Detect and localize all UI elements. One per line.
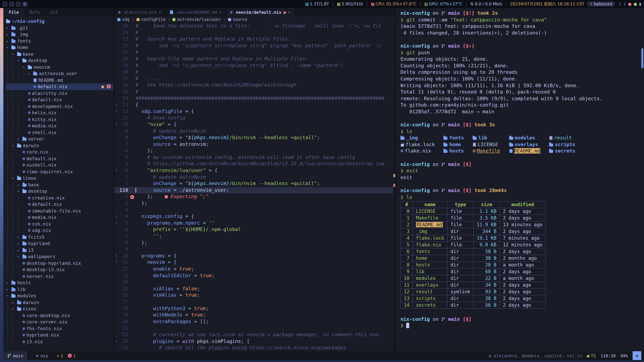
bluetooth-icon[interactable]: ᛒ <box>619 2 621 6</box>
tree-item[interactable]: ▸ lib <box>6 286 113 293</box>
tree-item[interactable]: │ │ ▸ fcitx5 <box>6 234 113 240</box>
tree-item[interactable]: │ ▾ nixos <box>6 306 113 312</box>
tree-item[interactable]: │ │ ▸ base <box>6 182 113 188</box>
tree-item[interactable]: ▾ modules <box>6 293 113 299</box>
code-line[interactable]: 8 onChange = "${pkgs.neovim}/bin/nvim --… <box>114 134 395 141</box>
tree-item[interactable]: │ │ │ │ README.md <box>6 77 113 83</box>
tree-item[interactable]: │ │ ▸ i3 <box>6 247 113 253</box>
tree-item[interactable]: │ │ ▾ desktop <box>6 188 113 195</box>
code-line[interactable]: 9 <box>114 246 395 253</box>
code-line[interactable]: 19# sed -ri "s/pattern_str/replace_str/g… <box>114 62 395 69</box>
tree-item[interactable]: │ │ ▸ hyprland <box>6 240 113 247</box>
code-line[interactable]: 6 prefix = ''${HOME}/.npm-global <box>114 226 395 233</box>
tree-tab-file[interactable]: File <box>3 8 24 16</box>
code-line[interactable]: 18# <box>114 69 395 75</box>
code-line[interactable]: 17# ...... <box>114 75 395 82</box>
audio-icon[interactable]: ♪ <box>624 2 626 6</box>
tree-item[interactable]: │ │ ❄hyprland.nix <box>6 332 113 338</box>
code-line[interactable]: 16 vimAlias = true; <box>114 292 395 299</box>
tree-item[interactable]: ▸ _img <box>6 31 113 38</box>
tree-item[interactable]: │ │ │ ❄immutable-file.nix <box>6 208 113 214</box>
tree-item[interactable]: │ │ │ ❄media.nix <box>6 214 113 221</box>
statusline-modified-count[interactable]: ✎1 <box>57 353 63 358</box>
tree-item[interactable]: │ │ ❄core-desktop.nix <box>6 312 113 319</box>
tree-item[interactable]: │ ▾ linux <box>6 175 113 182</box>
tree-item[interactable]: │ │ │ ❄helix.nix <box>6 110 113 116</box>
buffer-tab[interactable]: neovim/README.md× <box>166 8 226 16</box>
tree-item[interactable]: │ │ ❄rime-squirrel.nix <box>6 168 113 175</box>
fold-chevron-icon[interactable]: ▾ <box>114 213 119 220</box>
code-line[interactable]: 17 <box>114 299 395 305</box>
code-line[interactable]: 14######################################… <box>114 95 395 102</box>
tree-root[interactable]: ~/nix-config <box>6 18 113 25</box>
fold-chevron-icon[interactable]: ▾ <box>114 108 119 115</box>
power-profile[interactable]: ⚡ balanced <box>587 1 615 7</box>
tree-item[interactable]: │ │ │ ❄default.nix <box>6 201 113 208</box>
tree-item[interactable]: ▸ .git <box>6 25 113 31</box>
tree-item[interactable]: │ │ ❄i3.nix <box>6 338 113 345</box>
code-line[interactable]: 1 onChange = "${pkgs.neovim}/bin/nvim --… <box>114 180 395 187</box>
tree-item[interactable]: │ │ ❄default.nix <box>6 155 113 162</box>
code-line[interactable]: 110 source = ./astronvim_user; <box>114 187 395 194</box>
close-icon[interactable]: × <box>288 9 290 14</box>
tree-item[interactable]: │ │ ▸ wallpapers <box>6 253 113 260</box>
tree-item[interactable]: │ │ ❄desktop-i3.nix <box>6 267 113 273</box>
code-line[interactable]: ▾5 programs.npm.npmrc = '' <box>114 220 395 226</box>
breadcrumb-segment[interactable]: xdg <box>118 17 129 22</box>
code-line[interactable]: ▾11 neovim = { <box>114 259 395 266</box>
code-line[interactable]: 14 <box>114 279 395 285</box>
buffer-tab[interactable]: ❄neovim/default.nix●× <box>226 8 295 16</box>
code-area[interactable]: 25# Save the selected text to a file: `:… <box>114 23 395 351</box>
tree-item[interactable]: │ │ │ ▾ neovim <box>6 64 113 70</box>
code-line[interactable]: 5 # my cusotom astronvim config, astronv… <box>114 154 395 161</box>
tray-dot-red[interactable]: ● <box>628 2 632 6</box>
code-line[interactable]: 2 }; <box>114 200 395 207</box>
tree-item[interactable]: ▾ home <box>6 44 113 51</box>
code-line[interactable]: 12 enable = true; <box>114 266 395 272</box>
code-line[interactable]: 9 # update AstroNvim <box>114 128 395 134</box>
tree-item[interactable]: │ │ ❄core.nix <box>6 149 113 155</box>
fold-chevron-icon[interactable]: ▾ <box>114 259 119 266</box>
code-line[interactable]: 8 }; <box>114 240 395 246</box>
code-line[interactable]: 19 withNodeJs = true; <box>114 312 395 318</box>
code-line[interactable]: ▾4 nixpkgs.config = { <box>114 213 395 220</box>
code-line[interactable]: 16# See https://astronvim.com/Basic%20Us… <box>114 82 395 88</box>
window-icon[interactable] <box>16 2 20 6</box>
fold-chevron-icon[interactable]: ▾ <box>114 121 119 128</box>
tree-item[interactable]: │ │ ▸ server <box>6 136 113 142</box>
tree-item[interactable]: │ │ ❄fhs-fonts.nix <box>6 325 113 332</box>
panel-indicator[interactable]: ▮ <box>639 2 641 6</box>
tree-item[interactable]: │ │ ❄core-server.nix <box>6 319 113 325</box>
code-line[interactable]: 21 <box>114 325 395 332</box>
tree-item[interactable]: │ │ │ ❄default.nix <box>6 96 113 103</box>
tree-item[interactable]: │ │ │ │ ❄default.nix●× <box>6 83 113 90</box>
tree-item[interactable]: │ │ │ ❄xdg.nix <box>6 227 113 234</box>
code-line[interactable]: 20 extraPackages = []; <box>114 318 395 325</box>
code-line[interactable]: ▾10 "nvim" = { <box>114 121 395 128</box>
code-line[interactable]: 4 # https://github.com/AstroNvim/AstroNv… <box>114 161 395 167</box>
tree-item[interactable]: │ │ ❄desktop-hyprland.nix <box>6 260 113 267</box>
tree-item[interactable]: │ │ ❄nushell.nix <box>6 162 113 168</box>
code-line[interactable]: 3 <box>114 207 395 213</box>
close-icon[interactable]: × <box>219 9 222 14</box>
code-line[interactable]: 20# Search file name pattern and Replace… <box>114 56 395 62</box>
tree-tab-git[interactable]: Git <box>45 8 63 16</box>
tree-item[interactable]: │ │ │ ❄media.nix <box>6 123 113 129</box>
code-line[interactable]: 7 source = astronvim; <box>114 141 395 147</box>
code-line[interactable]: ▾12 xdg.configFile = { <box>114 108 395 115</box>
fold-chevron-icon[interactable]: ▾ <box>114 102 119 108</box>
code-line[interactable]: 6 }; <box>114 148 395 154</box>
code-line[interactable]: 11 # base config <box>114 115 395 121</box>
code-line[interactable]: 15# <box>114 88 395 95</box>
tree-item[interactable]: │ │ │ ❄alacritty.nix <box>6 90 113 96</box>
code-line[interactable]: 25# Save the selected text to a file: `:… <box>114 23 395 29</box>
tree-item[interactable]: ▸ hosts <box>6 280 113 286</box>
code-line[interactable]: 22 # currently we use lazy.nvim as neovi… <box>114 332 395 338</box>
tree-tab-bufs[interactable]: Bufs <box>24 8 45 16</box>
buffer-tab[interactable]: ❄alacritty.nix× <box>114 8 166 16</box>
code-line[interactable]: 15 viAlias = false; <box>114 286 395 292</box>
code-line[interactable]: ▾13{ <box>114 102 395 108</box>
close-icon[interactable]: × <box>159 9 161 14</box>
fold-chevron-icon[interactable]: ▾ <box>114 253 119 259</box>
fold-chevron-icon[interactable]: ▾ <box>114 338 119 345</box>
